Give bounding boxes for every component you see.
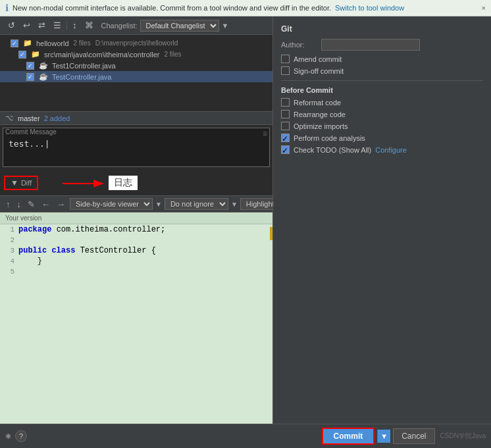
file-tree: ✓ 📁 helloworld 2 files D:\mavenprojects\… [0,35,272,85]
ignore-dropdown-icon[interactable]: ▼ [231,201,238,208]
info-icon: ℹ [5,3,9,13]
main-area: ↺ ↩ ⇄ ☰ ↕ ⌘ Changelist: Default Changeli… [0,16,491,447]
checkbox-src[interactable]: ✓ [18,51,26,59]
author-label: Author: [281,41,317,49]
reformat-checkbox[interactable] [281,98,290,107]
test1-label: Test1Controller.java [52,62,116,70]
commit-button[interactable]: Commit [322,428,375,445]
rearrange-checkbox[interactable] [281,110,290,118]
line-num-5: 5 [0,268,18,276]
diff-forward-button[interactable]: → [55,199,67,210]
viewer-dropdown-icon[interactable]: ▼ [155,201,162,208]
folder-icon: 📁 [23,39,32,47]
diff-down-button[interactable]: ↓ [15,199,24,210]
status-badge: 2 added [44,114,70,122]
optimize-label: Optimize imports [294,122,348,130]
amend-commit-row: Amend commit [281,55,483,63]
checkbox-test1[interactable]: ✓ [26,62,34,70]
code-line-4: 4 } [0,256,272,266]
analysis-row: ✓ Perform code analysis [281,134,483,142]
line-content-5 [18,266,23,277]
change-indicator [270,227,272,240]
line-num-2: 2 [0,236,18,244]
line-content-1: package com.itheima.controller; [18,224,165,235]
checkbox-helloworld[interactable]: ✓ [11,39,18,47]
left-panel: ↺ ↩ ⇄ ☰ ↕ ⌘ Changelist: Default Changeli… [0,16,273,447]
status-icon: ✱ [5,432,11,441]
diff-edit-button[interactable]: ✎ [26,199,37,210]
code-line-3: 3 public class TestController { [0,245,272,256]
src-label: src\main\java\com\itheima\controller [44,51,159,59]
code-line-5: 5 [0,266,272,277]
todo-checkbox[interactable]: ✓ [281,145,290,154]
code-area[interactable]: Your version 1 package com.itheima.contr… [0,212,272,447]
bottom-bar: ✱ ? Commit ▼ Cancel CSDN学院Java [0,424,491,448]
test-label: TestController.java [52,73,112,81]
filter-button[interactable]: ⌘ [82,19,96,32]
switch-to-tool-window-link[interactable]: Switch to tool window [335,4,404,12]
file-path: D:\mavenprojects\helloworld [95,39,178,47]
signoff-checkbox[interactable] [281,66,290,75]
git-author-row: Author: [281,39,483,51]
watermark: CSDN学院Java [440,432,486,441]
tree-item-src[interactable]: ✓ 📁 src\main\java\com\itheima\controller… [0,49,272,60]
info-close-icon[interactable]: × [482,4,486,12]
bottom-left: ✱ ? [5,430,27,442]
help-button[interactable]: ? [15,430,27,442]
ignore-select[interactable]: Do not ignore [165,198,228,210]
configure-link[interactable]: Configure [375,146,407,154]
reformat-label: Reformat code [294,99,341,107]
git-section-title: Git [281,24,483,34]
analysis-label: Perform code analysis [294,134,365,142]
optimize-checkbox[interactable] [281,122,290,130]
author-input[interactable] [321,39,420,51]
scroll-icon: ≡ [263,129,267,138]
diff-up-button[interactable]: ↑ [4,199,13,210]
diff-back-button[interactable]: ← [39,199,52,210]
chinese-annotation: 日志 [109,176,138,190]
annotation-area: ▼ Diff 日志 [0,172,272,195]
rearrange-row: Rearrange code [281,110,483,118]
toolbar: ↺ ↩ ⇄ ☰ ↕ ⌘ Changelist: Default Changeli… [0,16,272,35]
viewer-select[interactable]: Side-by-side viewer [70,198,153,210]
java-icon-test: ☕ [39,72,48,81]
tree-item-test1controller[interactable]: ✓ ☕ Test1Controller.java [0,60,272,71]
line-content-4: } [18,256,42,266]
amend-label: Amend commit [294,55,342,63]
tree-item-label: helloworld [36,39,69,47]
info-text: New non-modal commit interface is availa… [13,4,331,12]
undo-button[interactable]: ↩ [20,19,33,32]
changelist-select[interactable]: Default Changelist [140,20,219,32]
cancel-button[interactable]: Cancel [393,428,434,444]
sort-button[interactable]: ↕ [70,19,80,32]
analysis-checkbox[interactable]: ✓ [281,134,290,142]
divider-1 [281,80,483,81]
diff-annotation-box: ▼ Diff [4,176,38,190]
reformat-row: Reformat code [281,98,483,107]
commit-dropdown-button[interactable]: ▼ [377,430,390,443]
signoff-commit-row: Sign-off commit [281,66,483,75]
commit-message-area: Commit Message ≡ test...| [0,125,272,172]
tree-item-testcontroller[interactable]: ✓ ☕ TestController.java [0,71,272,82]
move-button[interactable]: ⇄ [36,19,48,32]
line-num-1: 1 [0,226,18,234]
diff-toolbar: ↑ ↓ ✎ ← → Side-by-side viewer ▼ Do not i… [0,195,272,212]
line-content-3: public class TestController { [18,245,156,256]
signoff-label: Sign-off commit [294,67,344,75]
java-icon-test1: ☕ [39,61,48,70]
refresh-button[interactable]: ↺ [5,19,18,32]
todo-row: ✓ Check TODO (Show All) Configure [281,145,483,154]
checkbox-test[interactable]: ✓ [26,73,34,81]
changelist-dropdown-icon[interactable]: ▼ [222,22,229,30]
diff-collapse-icon[interactable]: ▼ [11,178,18,187]
tree-item-helloworld[interactable]: ✓ 📁 helloworld 2 files D:\mavenprojects\… [0,37,272,49]
before-commit-title: Before Commit [281,86,483,94]
todo-label: Check TODO (Show All) [294,146,371,154]
info-bar: ℹ New non-modal commit interface is avai… [0,0,491,16]
group-button[interactable]: ☰ [51,19,64,32]
amend-checkbox[interactable] [281,55,290,63]
rearrange-label: Rearrange code [294,111,346,118]
changelist-label: Changelist: [101,22,138,30]
line-content-2 [18,235,23,245]
branch-name: master [18,114,40,122]
